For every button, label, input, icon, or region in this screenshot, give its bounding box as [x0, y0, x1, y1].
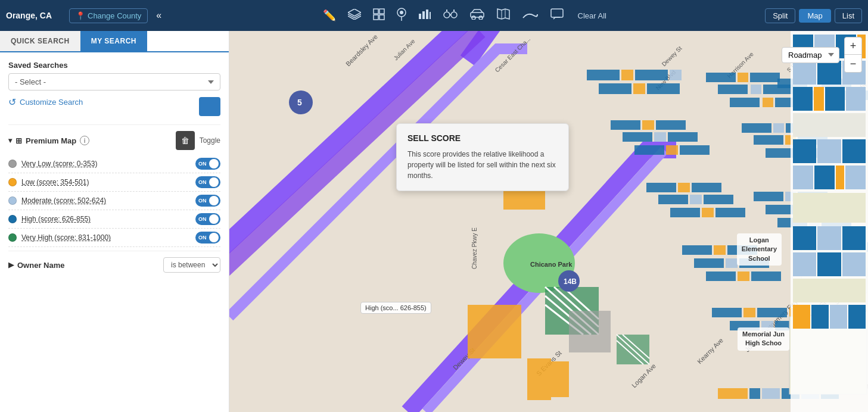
- toggle-on-orange[interactable]: ON: [195, 176, 220, 188]
- toolbar: ✏️ Clear All: [170, 5, 761, 26]
- svg-rect-74: [730, 98, 760, 107]
- roadmap-select[interactable]: Roadmap: [782, 47, 839, 63]
- legend-seg: [793, 252, 816, 276]
- score-row-label-dark-blue: High (score: 626-855): [8, 215, 91, 223]
- toggle-orange[interactable]: ON: [195, 176, 220, 188]
- svg-rect-88: [668, 132, 698, 142]
- chevron-down-icon: ▾: [8, 136, 12, 145]
- svg-rect-109: [715, 208, 745, 217]
- clear-all-button[interactable]: Clear All: [572, 9, 612, 23]
- tab-quick-search[interactable]: QUICK SEARCH: [0, 31, 80, 51]
- svg-rect-75: [763, 98, 773, 107]
- legend-seg: [817, 139, 841, 163]
- toggle-knob-light-blue: [209, 196, 219, 205]
- svg-rect-1: [379, 9, 384, 14]
- collapse-sidebar-button[interactable]: «: [151, 8, 166, 23]
- memorial-school-label: Memorial JunHigh Schoo: [738, 327, 789, 351]
- legend-seg: [830, 305, 847, 329]
- toggle-knob-green: [209, 233, 219, 242]
- zoom-out-button[interactable]: −: [844, 55, 862, 73]
- list-button[interactable]: List: [835, 8, 862, 23]
- chevron-right-icon: ▶: [8, 261, 14, 269]
- refresh-icon: ↺: [8, 96, 16, 108]
- toggle-knob-orange: [209, 177, 219, 187]
- legend-seg: [793, 226, 816, 250]
- svg-rect-72: [751, 85, 761, 94]
- owner-name-filter-select[interactable]: is between: [163, 257, 220, 273]
- svg-rect-135: [712, 308, 742, 317]
- premium-map-toggle[interactable]: ▾ ⊞ Premium Map i: [8, 136, 89, 145]
- legend-seg: [842, 139, 866, 163]
- toggle-on-light-blue[interactable]: ON: [195, 195, 220, 207]
- svg-rect-0: [374, 9, 378, 14]
- svg-point-11: [444, 12, 450, 18]
- score-rows: Very Low (score: 0-353) ON Low (score: 3…: [8, 155, 220, 247]
- score-label-text-orange[interactable]: Low (score: 354-501): [21, 178, 89, 186]
- score-label-text-green[interactable]: Very High (score: 831-1000): [21, 233, 111, 242]
- chart-tool-button[interactable]: [415, 7, 435, 25]
- svg-rect-22: [551, 9, 563, 17]
- svg-rect-142: [468, 305, 521, 358]
- svg-rect-89: [634, 145, 664, 155]
- score-row-label-orange: Low (score: 354-501): [8, 178, 89, 186]
- legend-seg: [817, 226, 841, 250]
- zoom-in-button[interactable]: +: [844, 37, 862, 55]
- svg-rect-137: [757, 308, 787, 317]
- premium-map-section: ▾ ⊞ Premium Map i 🗑 Toggle: [8, 124, 220, 247]
- sidebar-content: Saved Searches - Select - ↺ Customize Se…: [0, 52, 229, 412]
- svg-rect-70: [750, 73, 780, 82]
- svg-rect-93: [773, 123, 784, 133]
- toggle-on-green[interactable]: ON: [195, 232, 220, 244]
- toggle-grey[interactable]: ON: [195, 158, 220, 170]
- legend-seg: [842, 252, 866, 276]
- svg-rect-108: [702, 208, 714, 217]
- draw-tool-button[interactable]: ✏️: [319, 7, 340, 24]
- sidebar-tabs: QUICK SEARCH MY SEARCH: [0, 31, 229, 52]
- svg-point-17: [472, 16, 475, 20]
- legend-seg: [814, 166, 835, 189]
- toggle-light-blue[interactable]: ON: [195, 195, 220, 207]
- legend-seg: [842, 226, 866, 250]
- score-label-text-dark-blue[interactable]: High (score: 626-855): [21, 215, 91, 223]
- map-button[interactable]: Map: [799, 9, 830, 23]
- svg-rect-66: [633, 83, 645, 94]
- delete-button[interactable]: 🗑: [176, 131, 195, 150]
- toggle-dark-blue[interactable]: ON: [195, 213, 220, 225]
- route-tool-button[interactable]: [518, 7, 542, 24]
- legend-seg: [817, 252, 841, 276]
- change-county-button[interactable]: 📍 Change County: [69, 8, 148, 23]
- drive-tool-button[interactable]: [466, 7, 489, 25]
- customize-search-link[interactable]: ↺ Customize Search: [8, 96, 83, 108]
- grid-tool-button[interactable]: [369, 6, 388, 26]
- legend-seg: [793, 166, 813, 189]
- svg-rect-2: [374, 15, 378, 20]
- score-label-text-light-blue[interactable]: Moderate (score: 502-624): [21, 196, 106, 205]
- legend-seg: [811, 305, 829, 329]
- svg-rect-71: [718, 85, 748, 94]
- layers-tool-button[interactable]: [344, 7, 365, 25]
- sidebar: QUICK SEARCH MY SEARCH Saved Searches - …: [0, 31, 229, 412]
- score-row-label-light-blue: Moderate (score: 502-624): [8, 196, 106, 205]
- svg-rect-147: [718, 388, 748, 399]
- owner-name-toggle[interactable]: ▶ Owner Name: [8, 261, 64, 270]
- info-icon[interactable]: i: [80, 136, 89, 145]
- svg-rect-92: [742, 123, 771, 133]
- logan-school-label: LoganElementarySchool: [737, 233, 782, 266]
- svg-rect-148: [749, 388, 760, 399]
- pin-tool-button[interactable]: [393, 5, 410, 26]
- binoculars-tool-button[interactable]: [440, 7, 461, 25]
- toggle-on-grey[interactable]: ON: [195, 158, 220, 170]
- score-label-text-grey[interactable]: Very Low (score: 0-353): [21, 160, 97, 168]
- pin-icon: 📍: [76, 11, 85, 20]
- toggle-on-dark-blue[interactable]: ON: [195, 213, 220, 225]
- map-background: Chicano Park 5 14B Beardsley Ave Julian: [229, 31, 868, 412]
- maps-tool-button[interactable]: [493, 6, 514, 26]
- toggle-green[interactable]: ON: [195, 232, 220, 244]
- location-text: Orange, CA: [6, 11, 52, 20]
- svg-rect-105: [690, 195, 702, 204]
- split-button[interactable]: Split: [765, 8, 795, 23]
- message-tool-button[interactable]: [547, 6, 567, 26]
- map-area[interactable]: Chicano Park 5 14B Beardsley Ave Julian: [229, 31, 868, 412]
- tab-my-search[interactable]: MY SEARCH: [80, 31, 147, 51]
- saved-searches-select[interactable]: - Select -: [8, 73, 220, 90]
